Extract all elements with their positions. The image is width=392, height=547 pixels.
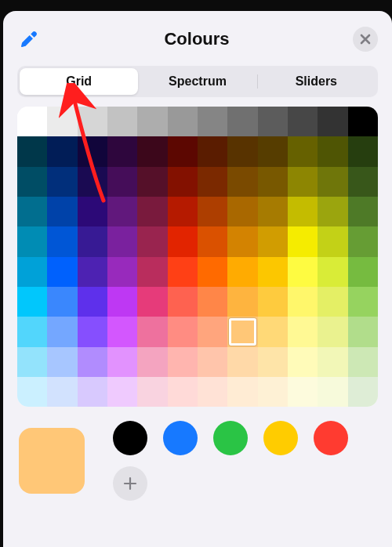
colour-cell[interactable]	[47, 136, 77, 166]
colour-cell[interactable]	[288, 317, 318, 346]
colour-cell[interactable]	[318, 317, 347, 346]
colour-cell[interactable]	[227, 107, 257, 136]
colour-cell[interactable]	[78, 107, 107, 136]
colour-cell[interactable]	[348, 287, 378, 317]
colour-cell[interactable]	[17, 377, 47, 407]
colour-cell[interactable]	[348, 197, 378, 226]
colour-cell[interactable]	[198, 197, 227, 226]
colour-cell[interactable]	[107, 136, 137, 166]
colour-cell[interactable]	[318, 287, 347, 317]
colour-cell[interactable]	[168, 136, 198, 166]
colour-cell[interactable]	[107, 287, 137, 317]
colour-cell[interactable]	[227, 197, 257, 226]
colour-cell[interactable]	[258, 136, 288, 166]
colour-cell[interactable]	[78, 257, 107, 287]
colour-cell[interactable]	[348, 347, 378, 377]
colour-cell[interactable]	[318, 226, 347, 256]
colour-cell[interactable]	[318, 136, 347, 166]
colour-cell[interactable]	[198, 347, 227, 377]
colour-cell[interactable]	[227, 287, 257, 317]
colour-cell[interactable]	[137, 197, 167, 226]
add-colour-button[interactable]	[113, 466, 147, 501]
colour-cell[interactable]	[258, 167, 288, 197]
colour-cell[interactable]	[348, 317, 378, 346]
colour-cell[interactable]	[137, 136, 167, 166]
colour-cell[interactable]	[78, 347, 107, 377]
colour-cell[interactable]	[78, 197, 107, 226]
colour-cell[interactable]	[17, 317, 47, 346]
colour-cell[interactable]	[137, 347, 167, 377]
colour-cell[interactable]	[318, 257, 347, 287]
tab-grid[interactable]: Grid	[20, 68, 138, 95]
preset-colour[interactable]	[113, 421, 147, 455]
colour-cell[interactable]	[288, 347, 318, 377]
colour-cell[interactable]	[168, 197, 198, 226]
colour-cell[interactable]	[17, 257, 47, 287]
colour-cell[interactable]	[137, 317, 167, 346]
colour-cell[interactable]	[348, 107, 378, 136]
colour-cell[interactable]	[168, 287, 198, 317]
colour-cell[interactable]	[318, 197, 347, 226]
preset-colour[interactable]	[263, 421, 298, 455]
colour-cell[interactable]	[288, 377, 318, 407]
colour-cell[interactable]	[288, 226, 318, 256]
colour-cell[interactable]	[107, 347, 137, 377]
preset-colour[interactable]	[314, 421, 348, 455]
colour-cell[interactable]	[47, 317, 77, 346]
colour-cell[interactable]	[258, 257, 288, 287]
colour-cell[interactable]	[78, 136, 107, 166]
colour-cell[interactable]	[348, 377, 378, 407]
colour-cell[interactable]	[258, 226, 288, 256]
colour-cell[interactable]	[78, 226, 107, 256]
colour-cell[interactable]	[258, 377, 288, 407]
colour-cell[interactable]	[318, 347, 347, 377]
preset-colour[interactable]	[163, 421, 198, 455]
tab-spectrum[interactable]: Spectrum	[138, 68, 256, 95]
colour-cell[interactable]	[78, 317, 107, 346]
colour-cell[interactable]	[258, 107, 288, 136]
colour-cell[interactable]	[17, 226, 47, 256]
colour-cell[interactable]	[137, 377, 167, 407]
colour-cell[interactable]	[137, 107, 167, 136]
colour-cell[interactable]	[318, 167, 347, 197]
colour-cell[interactable]	[227, 226, 257, 256]
colour-cell[interactable]	[198, 287, 227, 317]
colour-cell[interactable]	[47, 107, 77, 136]
colour-cell[interactable]	[198, 107, 227, 136]
colour-cell[interactable]	[198, 167, 227, 197]
colour-cell[interactable]	[107, 317, 137, 346]
colour-cell[interactable]	[17, 287, 47, 317]
colour-cell[interactable]	[168, 226, 198, 256]
colour-cell[interactable]	[78, 287, 107, 317]
colour-cell[interactable]	[198, 257, 227, 287]
colour-cell[interactable]	[348, 257, 378, 287]
colour-cell[interactable]	[47, 197, 77, 226]
colour-cell[interactable]	[17, 107, 47, 136]
colour-cell[interactable]	[47, 167, 77, 197]
colour-cell[interactable]	[198, 226, 227, 256]
colour-cell[interactable]	[318, 107, 347, 136]
eyedropper-icon[interactable]	[17, 27, 41, 51]
current-colour-swatch[interactable]	[19, 428, 85, 494]
colour-cell[interactable]	[137, 287, 167, 317]
colour-cell[interactable]	[78, 377, 107, 407]
colour-cell[interactable]	[288, 257, 318, 287]
colour-cell[interactable]	[348, 136, 378, 166]
colour-cell[interactable]	[47, 347, 77, 377]
colour-cell[interactable]	[168, 317, 198, 346]
colour-cell[interactable]	[17, 197, 47, 226]
colour-cell[interactable]	[227, 347, 257, 377]
colour-cell[interactable]	[47, 377, 77, 407]
colour-cell[interactable]	[288, 167, 318, 197]
colour-cell[interactable]	[288, 287, 318, 317]
colour-cell[interactable]	[258, 347, 288, 377]
colour-cell[interactable]	[17, 347, 47, 377]
colour-cell[interactable]	[47, 226, 77, 256]
colour-cell[interactable]	[107, 167, 137, 197]
colour-cell[interactable]	[258, 287, 288, 317]
colour-cell[interactable]	[17, 136, 47, 166]
colour-cell[interactable]	[168, 347, 198, 377]
colour-cell[interactable]	[227, 136, 257, 166]
colour-cell[interactable]	[198, 377, 227, 407]
colour-cell[interactable]	[137, 257, 167, 287]
